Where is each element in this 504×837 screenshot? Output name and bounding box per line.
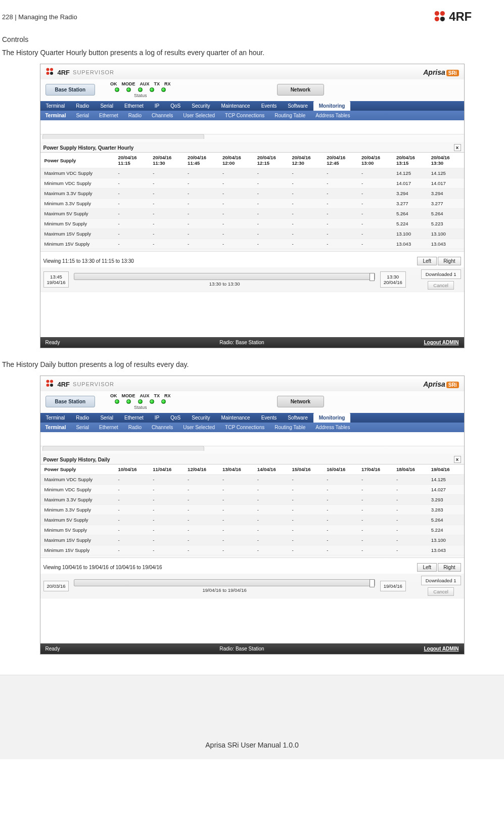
network-button[interactable]: Network [277,396,324,407]
subnav-item-ethernet[interactable]: Ethernet [94,423,123,432]
nav-item-software[interactable]: Software [282,413,313,423]
cell-value: - [325,168,359,178]
cell-value: - [116,505,151,515]
svg-point-5 [46,68,49,71]
time-slider[interactable] [74,273,375,280]
slider-start-box: 20/03/16 [43,581,69,591]
nav-item-software[interactable]: Software [282,101,313,111]
nav-item-security[interactable]: Security [186,413,215,423]
nav-item-maintenance[interactable]: Maintenance [215,101,255,111]
nav-item-qos[interactable]: QoS [165,101,186,111]
subnav-item-routing-table[interactable]: Routing Table [269,111,310,120]
slider-end-box: 13:30 20/04/16 [380,271,406,288]
subnav-item-channels[interactable]: Channels [147,423,178,432]
led-rx-icon [161,399,166,404]
subnav-item-address-tables[interactable]: Address Tables [310,423,355,432]
cell-value: - [186,229,220,239]
slider-handle-icon[interactable] [370,579,375,587]
cell-value: - [220,525,255,535]
cell-value: - [116,239,151,249]
subnav-item-routing-table[interactable]: Routing Table [269,423,310,432]
subnav-item-tcp-connections[interactable]: TCP Connections [220,111,269,120]
left-button[interactable]: Left [417,563,437,572]
subnav-item-tcp-connections[interactable]: TCP Connections [220,423,269,432]
time-slider[interactable] [74,579,375,586]
subnav-item-ethernet[interactable]: Ethernet [94,111,123,120]
left-button[interactable]: Left [417,257,437,265]
cell-value: - [220,219,255,229]
nav-item-terminal[interactable]: Terminal [40,101,71,111]
nav-item-ip[interactable]: IP [149,413,165,423]
downloaded-label: Downloaded 1 [421,269,461,279]
col-header: 20/04/1612:15 [255,153,290,168]
cell-value: - [394,545,429,555]
nav-item-maintenance[interactable]: Maintenance [215,413,255,423]
row-name: Minimum 5V Supply [40,219,116,229]
cell-value: - [325,209,359,219]
svg-point-12 [50,384,53,387]
tab-handle[interactable] [42,446,204,451]
subnav-item-serial[interactable]: Serial [71,423,94,432]
cell-value: - [186,495,220,505]
cancel-button[interactable]: Cancel [428,587,454,596]
table-row: Maximum 3.3V Supply---------3.293 [40,495,464,505]
svg-point-2 [435,17,439,21]
slider-handle-icon[interactable] [370,273,375,281]
subnav-item-terminal[interactable]: Terminal [40,111,71,120]
nav-item-radio[interactable]: Radio [70,101,95,111]
subnav-item-user-selected[interactable]: User Selected [178,111,220,120]
nav-item-ip[interactable]: IP [149,101,165,111]
cell-value: - [359,209,394,219]
cell-value: - [290,189,325,199]
cell-value: - [394,475,429,485]
subnav-item-channels[interactable]: Channels [147,111,178,120]
row-name: Minimum 3.3V Supply [40,505,116,515]
subnav-item-serial[interactable]: Serial [71,111,94,120]
col-header: Power Supply [40,464,116,475]
nav-item-events[interactable]: Events [256,413,283,423]
cell-value: - [359,199,394,209]
nav-item-monitoring[interactable]: Monitoring [313,101,351,111]
nav-item-events[interactable]: Events [256,101,283,111]
nav-item-serial[interactable]: Serial [95,101,119,111]
cell-value: - [325,505,359,515]
panel-close-button[interactable]: × [454,456,461,463]
col-header: 20/04/1611:30 [151,153,186,168]
nav-item-monitoring[interactable]: Monitoring [313,413,351,423]
led-ok-icon [115,87,119,92]
cell-value: - [255,485,290,495]
base-station-button[interactable]: Base Station [45,396,96,407]
cancel-button[interactable]: Cancel [428,281,454,290]
panel-close-button[interactable]: × [454,144,461,151]
subnav-item-radio[interactable]: Radio [123,111,147,120]
nav-item-ethernet[interactable]: Ethernet [119,101,149,111]
subnav-item-terminal[interactable]: Terminal [40,423,71,432]
led-aux-icon [138,399,143,404]
led-label: RX [164,393,171,398]
table-row: Maximum 5V Supply---------5.264 [40,515,464,525]
cell-value: - [151,209,186,219]
cell-value: - [255,178,290,189]
right-button[interactable]: Right [438,563,461,572]
cell-value: - [359,485,394,495]
subnav-item-address-tables[interactable]: Address Tables [310,111,355,120]
nav-item-security[interactable]: Security [186,101,215,111]
subnav-item-user-selected[interactable]: User Selected [178,423,220,432]
led-label: AUX [140,81,150,86]
nav-item-serial[interactable]: Serial [95,413,119,423]
nav-item-qos[interactable]: QoS [165,413,186,423]
base-station-button[interactable]: Base Station [45,84,96,96]
logout-link[interactable]: Logout ADMIN [424,340,459,345]
right-button[interactable]: Right [438,257,461,265]
network-button[interactable]: Network [277,84,324,96]
nav-item-radio[interactable]: Radio [70,413,95,423]
nav-item-terminal[interactable]: Terminal [40,413,71,423]
subnav-item-radio[interactable]: Radio [123,423,147,432]
row-name: Maximum 3.3V Supply [40,495,116,505]
led-tx-icon [150,399,154,404]
cell-value: - [255,229,290,239]
cell-value: - [220,475,255,485]
tab-handle[interactable] [42,134,204,139]
logout-link[interactable]: Logout ADMIN [424,646,459,652]
nav-item-ethernet[interactable]: Ethernet [119,413,149,423]
